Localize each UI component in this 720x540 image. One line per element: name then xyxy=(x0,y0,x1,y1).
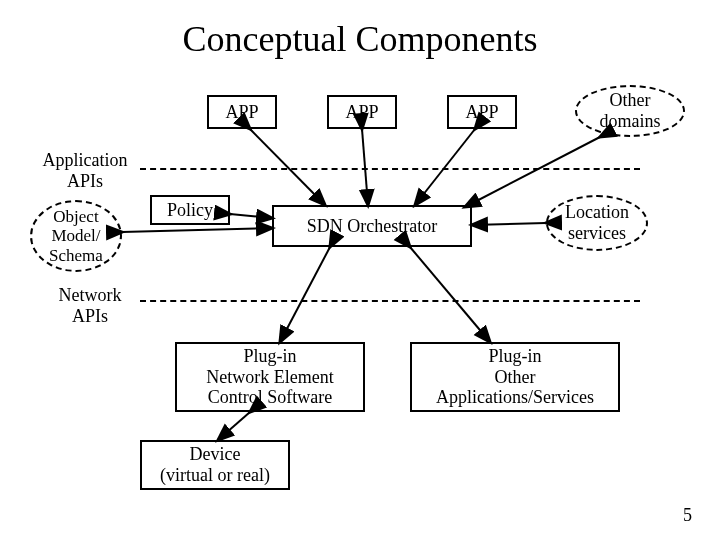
plugin-nec-box: Plug-in Network Element Control Software xyxy=(175,342,365,412)
svg-line-7 xyxy=(280,247,330,342)
app-box-2: APP xyxy=(327,95,397,129)
page-title: Conceptual Components xyxy=(0,18,720,60)
policy-box: Policy xyxy=(150,195,230,225)
application-apis-label: Application APIs xyxy=(30,150,140,191)
app-box-3: APP xyxy=(447,95,517,129)
network-apis-divider xyxy=(140,300,640,302)
svg-line-9 xyxy=(218,412,250,440)
diagram-arrows xyxy=(0,0,720,540)
application-apis-divider xyxy=(140,168,640,170)
svg-line-8 xyxy=(410,247,490,342)
svg-line-4 xyxy=(122,228,272,232)
object-model-oval: Object Model/ Schema xyxy=(30,200,122,272)
svg-line-5 xyxy=(230,214,272,218)
svg-line-1 xyxy=(362,129,368,205)
sdn-orchestrator-box: SDN Orchestrator xyxy=(272,205,472,247)
location-services-oval: Location services xyxy=(546,195,648,251)
plugin-other-box: Plug-in Other Applications/Services xyxy=(410,342,620,412)
svg-line-0 xyxy=(250,129,325,205)
network-apis-label: Network APIs xyxy=(40,285,140,326)
svg-line-6 xyxy=(472,223,546,225)
svg-line-2 xyxy=(415,129,475,205)
page-number: 5 xyxy=(683,505,692,526)
app-box-1: APP xyxy=(207,95,277,129)
other-domains-oval: Other domains xyxy=(575,85,685,137)
device-box: Device (virtual or real) xyxy=(140,440,290,490)
